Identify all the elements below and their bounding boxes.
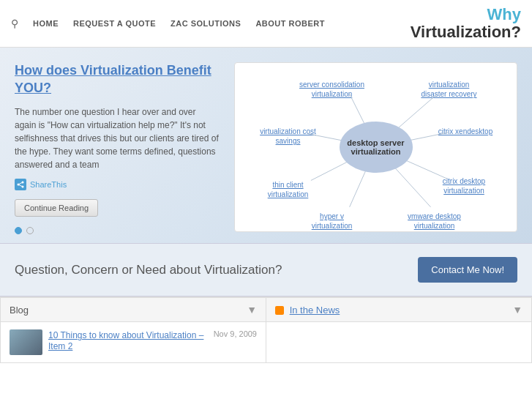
main-nav: ⚲ Home Request a Quote ZAC Solutions Abo… [11,18,325,29]
carousel-dot-2[interactable] [26,227,34,234]
svg-line-4 [18,184,23,187]
blog-panel: Blog ▼ Nov 9, 2009 10 Things to know abo… [0,297,266,363]
search-icon[interactable]: ⚲ [11,18,18,29]
nav-about[interactable]: About Robert [255,19,325,28]
bottom-panels: Blog ▼ Nov 9, 2009 10 Things to know abo… [0,297,532,363]
carousel-dots [15,227,34,234]
contact-me-button[interactable]: Contact Me Now! [418,257,517,283]
news-panel-title: In the News [275,305,340,316]
hero-content: How does Virtualization Benefit YOU? The… [15,62,220,217]
share-this-link[interactable]: ShareThis [30,180,67,189]
blog-panel-content: Nov 9, 2009 10 Things to know about Virt… [1,322,266,362]
share-row: ShareThis [15,179,220,190]
blog-panel-title: Blog [10,305,29,316]
news-panel-content [266,322,531,337]
blog-thumbnail [10,329,42,355]
article-excerpt: The number one question I hear over and … [15,105,220,171]
site-title: Why Virtualization? [411,6,521,41]
nav-zac[interactable]: ZAC Solutions [171,19,241,28]
blog-item: Nov 9, 2009 10 Things to know about Virt… [10,329,257,355]
blog-item-info: Nov 9, 2009 10 Things to know about Virt… [48,329,257,351]
news-panel-header: In the News ▼ [266,298,531,322]
blog-panel-toggle[interactable]: ▼ [247,304,257,316]
cta-bar: Question, Concern or Need about Virtuali… [0,243,532,297]
cta-text: Question, Concern or Need about Virtuali… [15,263,282,277]
site-header: ⚲ Home Request a Quote ZAC Solutions Abo… [0,0,532,48]
news-panel-toggle[interactable]: ▼ [512,304,522,316]
hero-section: How does Virtualization Benefit YOU? The… [0,48,532,243]
carousel-dot-1[interactable] [15,227,22,234]
nav-quote[interactable]: Request a Quote [73,19,156,28]
mind-map-container: desktop servervirtualization server cons… [234,62,517,232]
nav-home[interactable]: Home [33,19,59,28]
rss-icon [275,306,284,315]
news-panel: In the News ▼ [266,297,532,363]
news-panel-link[interactable]: In the News [290,305,340,316]
site-title-virt: Virtualization? [411,23,521,41]
share-icon [15,179,26,190]
site-title-why: Why [411,6,521,23]
mind-map-center: desktop servervirtualization [340,122,413,173]
blog-date: Nov 9, 2009 [214,329,257,338]
mind-map: desktop servervirtualization server cons… [252,74,501,220]
continue-reading-button[interactable]: Continue Reading [15,199,98,217]
svg-line-3 [18,182,23,184]
blog-article-link[interactable]: 10 Things to know about Virtualization –… [48,330,203,351]
article-title[interactable]: How does Virtualization Benefit YOU? [15,62,220,97]
blog-panel-header: Blog ▼ [1,298,266,322]
